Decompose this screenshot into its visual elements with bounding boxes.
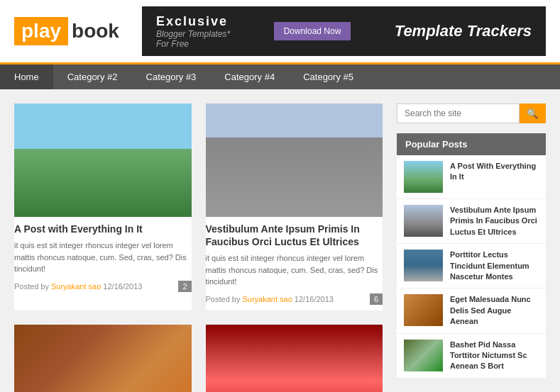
post-image (206, 103, 383, 217)
post-excerpt: it quis est sit integer rhoncus integer … (206, 252, 383, 288)
popular-thumb (404, 294, 443, 326)
post-author-label: Posted by Suryakant sao 12/16/2013 (206, 295, 334, 303)
nav-item-category--5[interactable]: Category #5 (289, 65, 368, 89)
post-card: Class Aptent Taciti Aenican Ad Litrc... (14, 325, 192, 392)
nav-item-category--3[interactable]: Category #3 (132, 65, 211, 89)
popular-thumb (404, 161, 443, 193)
logo-book: book (72, 20, 119, 43)
popular-item[interactable]: Bashet Pid Nassa Torttitor Nictumst Sc A… (397, 334, 546, 379)
banner-download-button[interactable]: Download Now (274, 22, 351, 40)
popular-item[interactable]: Vestibulum Ante Ipsum Primis In Faucibus… (397, 199, 546, 244)
popular-posts-title: Popular Posts (397, 133, 546, 155)
post-title[interactable]: A Post with Everything In It (14, 223, 192, 235)
popular-item[interactable]: Porttitor Lectus Tincidunt Elementum Nas… (397, 244, 546, 289)
post-excerpt: it quis est sit integer rhoncus integer … (14, 240, 192, 275)
post-card: A Post with Everything In Itit quis est … (14, 103, 192, 310)
nav-item-home[interactable]: Home (0, 65, 53, 89)
popular-thumb (404, 340, 443, 371)
posts-grid-row1: A Post with Everything In Itit quis est … (14, 103, 383, 310)
popular-list: A Post With Everything In ItVestibulum A… (397, 155, 546, 379)
popular-item-title: Porttitor Lectus Tincidunt Elementum Nas… (450, 250, 539, 282)
search-button[interactable]: 🔍 (520, 103, 546, 123)
search-input[interactable] (397, 103, 520, 123)
post-image (14, 325, 192, 392)
posts-grid-row2: Class Aptent Taciti Aenican Ad Litrc...E… (14, 325, 383, 392)
popular-thumb (404, 205, 443, 237)
post-image (14, 103, 192, 217)
logo: play book (14, 17, 128, 45)
nav-item-category--2[interactable]: Category #2 (53, 65, 132, 89)
banner-forfree: For Free (156, 39, 230, 49)
popular-item-title: Vestibulum Ante Ipsum Primis In Faucibus… (450, 205, 539, 237)
post-author-label: Posted by Suryakant sao 12/16/2013 (14, 282, 142, 291)
post-author-link[interactable]: Suryakant sao (242, 295, 292, 303)
post-author-link[interactable]: Suryakant sao (51, 282, 101, 291)
banner-exclusive: Exclusive (156, 14, 230, 29)
popular-thumb (404, 250, 443, 281)
post-image (206, 325, 383, 392)
nav: HomeCategory #2Category #3Category #4Cat… (0, 65, 560, 89)
logo-play: play (14, 17, 68, 45)
banner-brand: Template Trackers (395, 22, 532, 40)
post-card: Eget Malesuada Nunc Delia Sed Augue Aene… (206, 325, 383, 392)
sidebar: 🔍 Popular Posts A Post With Everything I… (397, 103, 546, 392)
banner: Exclusive Blogger Templates* For Free Do… (142, 6, 546, 56)
post-card: Vestibulum Ante Ipsum Primis In Faucibus… (206, 103, 383, 310)
main-layout: A Post with Everything In Itit quis est … (0, 89, 560, 392)
banner-blogger: Blogger Templates* (156, 29, 230, 39)
popular-posts-box: Popular Posts A Post With Everything In … (397, 133, 546, 379)
post-title[interactable]: Vestibulum Ante Ipsum Primis In Faucibus… (206, 223, 383, 248)
search-box: 🔍 (397, 103, 546, 123)
banner-left: Exclusive Blogger Templates* For Free (156, 14, 230, 49)
post-body: Vestibulum Ante Ipsum Primis In Faucibus… (206, 217, 383, 310)
post-meta: Posted by Suryakant sao 12/16/20136 (206, 293, 383, 305)
content-area: A Post with Everything In Itit quis est … (14, 103, 383, 392)
post-comments-count[interactable]: 6 (370, 293, 383, 305)
post-body: A Post with Everything In Itit quis est … (14, 217, 192, 298)
popular-item-title: Bashet Pid Nassa Torttitor Nictumst Sc A… (450, 340, 539, 372)
popular-item-title: A Post With Everything In It (450, 161, 539, 183)
popular-item[interactable]: Eget Malesuada Nunc Delis Sed Augue Aene… (397, 289, 546, 333)
nav-item-category--4[interactable]: Category #4 (210, 65, 289, 89)
header: play book Exclusive Blogger Templates* F… (0, 0, 560, 65)
post-meta: Posted by Suryakant sao 12/16/20132 (14, 281, 192, 292)
popular-item-title: Eget Malesuada Nunc Delis Sed Augue Aene… (450, 294, 539, 327)
popular-item[interactable]: A Post With Everything In It (397, 155, 546, 199)
post-comments-count[interactable]: 2 (178, 281, 191, 292)
